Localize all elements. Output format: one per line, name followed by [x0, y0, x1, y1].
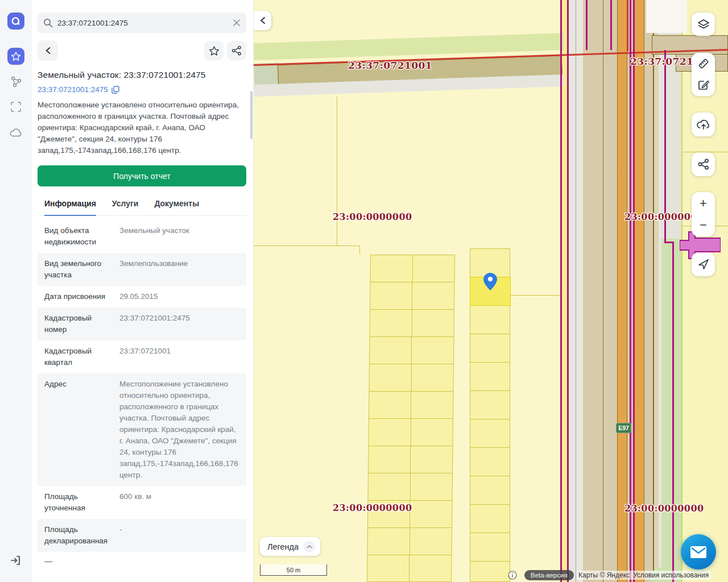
- chevron-left-icon: [259, 16, 266, 24]
- copyright-label: Карты © Яндекс: [577, 571, 631, 580]
- app-rail: [0, 0, 32, 582]
- parcel-line: [254, 246, 359, 246]
- draw-button[interactable]: [692, 74, 715, 96]
- sign-in-icon: [10, 555, 22, 566]
- zoom-in-button[interactable]: +: [692, 193, 715, 214]
- cloud-upload-icon: [697, 119, 710, 130]
- edit-icon: [697, 79, 710, 92]
- rail-sign-in-button[interactable]: [10, 554, 22, 567]
- red-boundary-vertical: [627, 0, 628, 51]
- rail-select-area-button[interactable]: [10, 101, 22, 113]
- tab-information[interactable]: Информация: [44, 194, 96, 216]
- parcel-grid-west: [367, 255, 455, 582]
- select-area-icon: [10, 101, 22, 113]
- share-button[interactable]: [227, 41, 246, 60]
- rail-graph-button[interactable]: [10, 76, 22, 88]
- road-tan-strip: [583, 0, 617, 582]
- road-arrow: ↓: [620, 352, 623, 359]
- clear-search-icon[interactable]: [233, 19, 241, 27]
- logo-icon: [11, 16, 21, 26]
- navigation-arrow-icon: [698, 259, 709, 270]
- table-row: Кадастровый квартал23:37:0721001: [38, 340, 246, 373]
- road-olive-line: [603, 0, 603, 582]
- layers-button[interactable]: [692, 13, 715, 36]
- road-tan-strip-2: [644, 0, 653, 582]
- info-icon: [508, 571, 517, 580]
- zone-label: 23:00:0000000: [333, 211, 412, 222]
- envelope-icon: [690, 546, 706, 558]
- legend-button[interactable]: Легенда: [260, 537, 320, 556]
- layers-icon: [697, 19, 710, 30]
- tab-documents[interactable]: Документы: [154, 194, 199, 215]
- location-description: Местоположение установлено относительно …: [38, 99, 246, 156]
- collapse-panel-button[interactable]: [254, 11, 271, 30]
- road-sign-e97: E97: [616, 423, 631, 433]
- polygon-graph-icon: [10, 76, 22, 88]
- tab-bar: Информация Услуги Документы: [38, 194, 246, 216]
- cloud-icon: [10, 128, 22, 137]
- search-input[interactable]: [57, 19, 233, 27]
- ruler-button[interactable]: [692, 53, 715, 74]
- chat-button[interactable]: [681, 534, 716, 569]
- locate-me-button[interactable]: [692, 252, 715, 276]
- favorite-button[interactable]: [204, 41, 224, 60]
- zone-label: 23:00:0000000: [333, 502, 412, 513]
- page-title: Земельный участок: 23:37:0721001:2475: [38, 70, 246, 80]
- star-icon: [209, 45, 220, 56]
- table-row: Вид объекта недвижимостиЗемельный участо…: [38, 220, 246, 253]
- magenta-boundary: [560, 0, 562, 582]
- parcel-line: [510, 295, 560, 296]
- tab-services[interactable]: Услуги: [112, 194, 139, 215]
- scale-label: 50 m: [287, 567, 300, 573]
- road-lane-left: [617, 0, 627, 582]
- info-button[interactable]: [508, 570, 517, 580]
- upload-button[interactable]: [692, 113, 715, 136]
- magenta-boundary: [630, 0, 631, 582]
- minus-icon: −: [700, 214, 707, 236]
- legend-label: Легенда: [267, 542, 299, 551]
- rail-cloud-button[interactable]: [10, 126, 22, 139]
- plus-icon: +: [700, 193, 707, 214]
- info-panel: Земельный участок: 23:37:0721001:2475 23…: [32, 0, 254, 582]
- attributes-table: Вид объекта недвижимостиЗемельный участо…: [38, 220, 246, 570]
- copy-icon[interactable]: [111, 86, 119, 94]
- road-arrow: ↓: [620, 171, 623, 177]
- magenta-boundary-step: [672, 242, 674, 582]
- search-bar: [38, 13, 246, 33]
- star-icon: [11, 51, 21, 61]
- rail-favorites-button[interactable]: [7, 48, 24, 65]
- panel-scrollbar[interactable]: [250, 91, 253, 139]
- zoom-control: + −: [692, 192, 715, 236]
- road-tanlight-strip: [653, 0, 659, 582]
- parcel-line: [337, 97, 337, 246]
- cadastral-number-link[interactable]: 23:37:0721001:2475: [38, 85, 108, 94]
- share-icon: [698, 159, 709, 170]
- table-row: Дата присвоения29.05.2015: [38, 286, 246, 307]
- chevron-up-icon: [303, 541, 315, 552]
- terms-link[interactable]: Условия использования: [631, 570, 710, 580]
- chevron-left-icon: [45, 47, 51, 55]
- magenta-boundary: [633, 0, 635, 582]
- table-row: Площадь декларированная-: [38, 519, 246, 552]
- table-row: АдресМестоположение установлено относите…: [38, 373, 246, 486]
- road-gray-line: [576, 0, 576, 582]
- share-map-button[interactable]: [692, 152, 715, 176]
- table-row: Вид земельного участкаЗемлепользование: [38, 253, 246, 286]
- get-report-button[interactable]: Получить отчет: [38, 165, 246, 186]
- ruler-icon: [697, 57, 710, 70]
- cadastral-number-row: 23:37:0721001:2475: [38, 85, 246, 94]
- app-logo[interactable]: [7, 13, 24, 30]
- scale-bar: 50 m: [260, 564, 327, 576]
- parcel-line: [359, 246, 360, 255]
- back-button[interactable]: [38, 40, 58, 61]
- terms-label: Условия использования: [631, 571, 710, 580]
- measure-tools-group: [692, 53, 715, 96]
- location-pin-icon[interactable]: [483, 273, 497, 291]
- road-olive-line-2: [653, 0, 654, 582]
- table-row: Площадь уточненная600 кв. м: [38, 486, 246, 519]
- map-canvas[interactable]: ↓ ↑ ↓ ↑ 23:37:0721001 23:37:0721001 23:0…: [254, 0, 728, 582]
- zoom-out-button[interactable]: −: [692, 214, 715, 236]
- map-copyright[interactable]: Карты © Яндекс: [577, 570, 631, 580]
- zone-label: 23:00:0000000: [624, 503, 704, 514]
- table-row: Кадастровый номер23:37:0721001:2475: [38, 307, 246, 340]
